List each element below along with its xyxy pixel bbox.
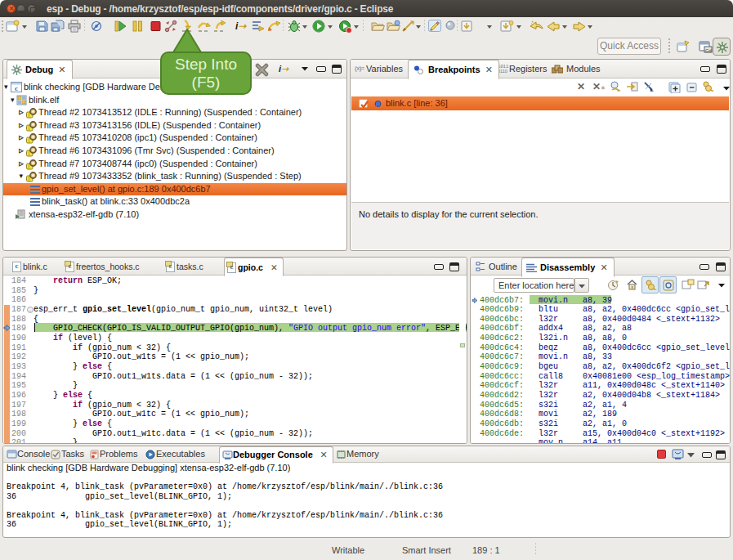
svg-text:Cd: Cd [705,48,712,53]
svg-text:c: c [15,84,18,92]
